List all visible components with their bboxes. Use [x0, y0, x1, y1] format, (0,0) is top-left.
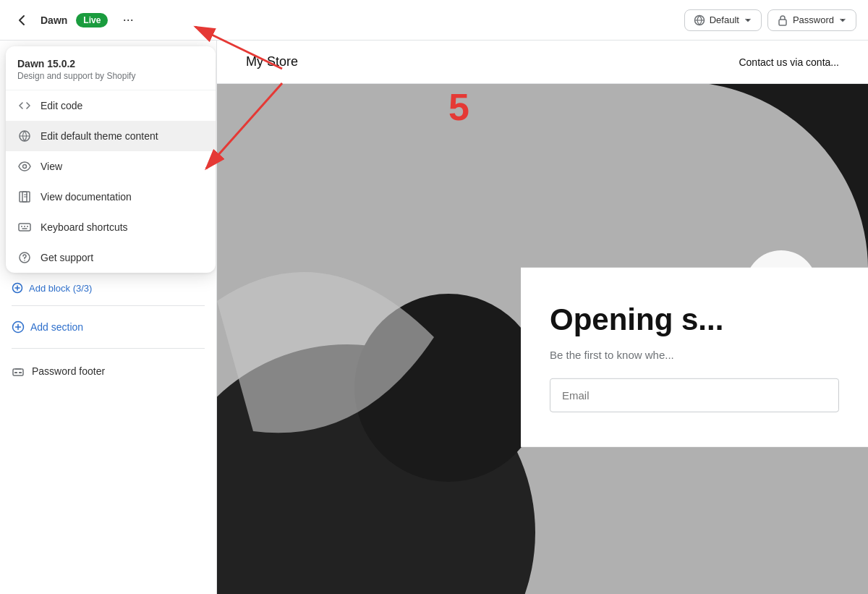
svg-point-16	[24, 260, 25, 261]
default-button[interactable]: Default	[684, 9, 762, 31]
email-input[interactable]	[550, 378, 839, 412]
sidebar: Dawn 15.0.2 Design and support by Shopif…	[0, 41, 217, 594]
svg-rect-26	[19, 372, 22, 373]
password-button[interactable]: Password	[767, 9, 856, 31]
keyboard-shortcuts-label: Keyboard shortcuts	[41, 221, 128, 233]
add-section-button[interactable]: Add section	[12, 312, 205, 342]
dropdown-theme-sub: Design and support by Shopify	[17, 71, 204, 81]
menu-item-edit-default-theme-content[interactable]: Edit default theme content	[6, 121, 216, 151]
view-documentation-label: View documentation	[41, 191, 132, 203]
code-icon	[17, 98, 32, 113]
add-block-label: Add block (3/3)	[29, 283, 92, 294]
password-footer-label: Password footer	[32, 365, 105, 377]
hero-section: Opening s... Be the first to know whe...	[217, 84, 868, 594]
menu-item-keyboard-shortcuts[interactable]: Keyboard shortcuts	[6, 212, 216, 242]
store-contact: Contact us via conta...	[739, 56, 839, 68]
edit-code-label: Edit code	[41, 100, 82, 111]
topbar: Dawn Live ··· Default Password	[0, 0, 868, 41]
divider	[12, 305, 205, 306]
password-footer-item[interactable]: Password footer	[12, 355, 205, 387]
view-label: View	[41, 161, 62, 172]
dropdown-header: Dawn 15.0.2 Design and support by Shopif…	[6, 46, 216, 90]
topbar-left: Dawn Live ···	[12, 9, 140, 32]
store-name: My Store	[246, 54, 298, 69]
opening-subtitle: Be the first to know whe...	[550, 348, 839, 360]
keyboard-icon	[17, 220, 32, 234]
add-block-button[interactable]: Add block (3/3)	[12, 276, 205, 300]
password-footer-icon	[12, 363, 25, 378]
theme-name-label: Dawn	[41, 14, 67, 26]
store-preview: My Store Contact us via conta...	[217, 41, 868, 594]
menu-item-get-support[interactable]: Get support	[6, 242, 216, 273]
eye-icon	[17, 159, 32, 174]
store-header: My Store Contact us via conta...	[217, 41, 868, 84]
password-label: Password	[793, 14, 834, 25]
back-button[interactable]	[12, 10, 32, 30]
svg-point-5	[23, 165, 27, 169]
divider-2	[12, 348, 205, 349]
opening-card: Opening s... Be the first to know whe...	[521, 267, 868, 446]
svg-rect-25	[14, 372, 17, 373]
book-icon	[17, 190, 32, 204]
get-support-label: Get support	[41, 252, 93, 263]
add-section-label: Add section	[30, 321, 83, 333]
svg-rect-2	[779, 20, 786, 25]
dropdown-menu: Dawn 15.0.2 Design and support by Shopif…	[6, 46, 216, 273]
more-options-button[interactable]: ···	[116, 9, 140, 32]
default-label: Default	[710, 14, 739, 25]
menu-item-view-documentation[interactable]: View documentation	[6, 182, 216, 212]
preview-area: My Store Contact us via conta...	[217, 41, 868, 594]
live-badge: Live	[76, 13, 108, 27]
topbar-right: Default Password	[684, 9, 856, 31]
globe-edit-icon	[17, 129, 32, 143]
question-icon	[17, 250, 32, 265]
sidebar-body: Add block (3/3) Add section	[0, 265, 216, 399]
menu-item-view[interactable]: View	[6, 151, 216, 182]
opening-title: Opening s...	[550, 302, 839, 336]
edit-default-theme-content-label: Edit default theme content	[41, 130, 158, 142]
dropdown-theme-name: Dawn 15.0.2	[17, 58, 204, 69]
menu-item-edit-code[interactable]: Edit code	[6, 90, 216, 121]
main-layout: Dawn 15.0.2 Design and support by Shopif…	[0, 41, 868, 594]
